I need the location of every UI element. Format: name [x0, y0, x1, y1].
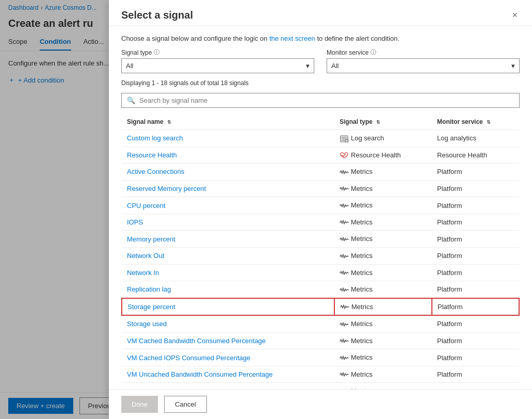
- signal-count: Displaying 1 - 18 signals out of total 1…: [121, 79, 520, 87]
- signal-name-sort-icon[interactable]: ⇅: [167, 120, 171, 125]
- signal-type-info-icon: ⓘ: [154, 49, 159, 56]
- monitor-service-cell: Log analytics: [432, 130, 519, 147]
- filters-row: Signal type ⓘ All ▾ Monitor service ⓘ Al…: [121, 49, 520, 73]
- monitor-service-value: All: [331, 62, 338, 70]
- panel-title: Select a signal: [121, 9, 193, 21]
- table-row[interactable]: Reserved Memory percent MetricsPlatform: [122, 180, 519, 197]
- table-row[interactable]: Custom log search Log searchLog analytic…: [122, 130, 519, 147]
- select-signal-panel: Select a signal × Choose a signal below …: [109, 0, 532, 419]
- monitor-service-sort-icon[interactable]: ⇅: [487, 120, 491, 125]
- svg-point-4: [345, 139, 348, 142]
- done-button[interactable]: Done: [121, 396, 158, 413]
- signal-name-link[interactable]: VM Cached IOPS Consumed Percentage: [127, 354, 250, 362]
- signal-name-link[interactable]: Resource Health: [127, 151, 177, 159]
- monitor-service-filter: Monitor service ⓘ All ▾: [327, 49, 520, 73]
- signal-type-chevron-icon: ▾: [306, 62, 310, 70]
- monitor-service-cell: Platform: [432, 332, 519, 349]
- table-row[interactable]: Replication lag MetricsPlatform: [122, 281, 519, 298]
- panel-header: Select a signal ×: [109, 0, 532, 26]
- monitor-service-cell: Platform: [432, 349, 519, 366]
- monitor-service-cell: Platform: [432, 180, 519, 197]
- monitor-service-cell: Platform: [432, 214, 519, 231]
- signal-name-link[interactable]: Storage used: [127, 320, 167, 328]
- signal-table-body: Custom log search Log searchLog analytic…: [122, 130, 519, 390]
- monitor-service-cell: Platform: [432, 264, 519, 281]
- monitor-service-cell: Platf...: [432, 383, 519, 389]
- search-box: 🔍: [121, 93, 520, 108]
- signal-name-link[interactable]: Replication lag: [127, 285, 171, 293]
- signal-name-link[interactable]: Custom log search: [127, 134, 183, 142]
- search-input[interactable]: [139, 96, 514, 104]
- monitor-service-info-icon: ⓘ: [370, 49, 376, 56]
- panel-body: Choose a signal below and configure the …: [109, 26, 532, 389]
- panel-footer: Done Cancel: [109, 389, 532, 419]
- table-row[interactable]: Resource Health Resource HealthResource …: [122, 147, 519, 164]
- table-row[interactable]: VM Cached Bandwidth Consumed Percentage …: [122, 332, 519, 349]
- monitor-service-cell: Resource Health: [432, 147, 519, 164]
- monitor-service-cell: Platform: [432, 315, 519, 332]
- signal-name-link[interactable]: Memory percent: [127, 235, 175, 243]
- search-icon: 🔍: [127, 96, 135, 104]
- panel-description: Choose a signal below and configure the …: [121, 35, 520, 42]
- signal-type-dropdown[interactable]: All ▾: [121, 58, 314, 73]
- signal-name-link[interactable]: Network In: [127, 269, 159, 277]
- monitor-service-dropdown[interactable]: All ▾: [327, 58, 520, 73]
- signal-type-value: All: [126, 62, 133, 70]
- signal-name-link[interactable]: Active Connections: [127, 168, 184, 175]
- signal-name-link[interactable]: CPU percent: [127, 202, 165, 210]
- signal-name-link[interactable]: VM Cached Bandwidth Consumed Percentage: [127, 337, 266, 345]
- monitor-service-cell: Platform: [432, 231, 519, 248]
- col-monitor-service: Monitor service ⇅: [432, 114, 519, 130]
- signal-name-link[interactable]: Reserved Memory percent: [127, 185, 206, 192]
- close-button[interactable]: ×: [510, 8, 520, 22]
- table-row[interactable]: IOPS MetricsPlatform: [122, 214, 519, 231]
- monitor-service-cell: Platform: [432, 298, 519, 316]
- signal-name-link[interactable]: VM Uncached Bandwidth Consumed Percentag…: [127, 370, 273, 378]
- col-signal-name: Signal name ⇅: [122, 114, 334, 130]
- monitor-service-cell: Platform: [432, 366, 519, 383]
- table-row[interactable]: Memory percent MetricsPlatform: [122, 231, 519, 248]
- table-header: Signal name ⇅ Signal type ⇅ Monitor serv…: [122, 114, 519, 130]
- signal-name-link[interactable]: Network Out: [127, 252, 164, 260]
- table-row[interactable]: Network Out MetricsPlatform: [122, 247, 519, 264]
- monitor-service-cell: Platform: [432, 164, 519, 181]
- signal-name-link[interactable]: VM Uncached IOPS Consumed Percentage: [127, 388, 257, 389]
- table-row[interactable]: VM Uncached Bandwidth Consumed Percentag…: [122, 366, 519, 383]
- monitor-service-chevron-icon: ▾: [511, 62, 515, 70]
- cancel-button[interactable]: Cancel: [164, 396, 206, 413]
- signal-name-link[interactable]: IOPS: [127, 218, 143, 226]
- table-row[interactable]: CPU percent MetricsPlatform: [122, 197, 519, 214]
- table-row[interactable]: Network In MetricsPlatform: [122, 264, 519, 281]
- col-signal-type: Signal type ⇅: [334, 114, 432, 130]
- table-row[interactable]: Storage used MetricsPlatform: [122, 315, 519, 332]
- table-row[interactable]: Active Connections MetricsPlatform: [122, 164, 519, 181]
- signal-type-sort-icon[interactable]: ⇅: [376, 120, 380, 125]
- monitor-service-cell: Platform: [432, 197, 519, 214]
- signal-table: Signal name ⇅ Signal type ⇅ Monitor serv…: [121, 114, 520, 389]
- monitor-service-label: Monitor service ⓘ: [327, 49, 520, 56]
- signal-name-link[interactable]: Storage percent: [127, 303, 175, 311]
- signal-type-filter: Signal type ⓘ All ▾: [121, 49, 314, 73]
- monitor-service-cell: Platform: [432, 247, 519, 264]
- monitor-service-cell: Platform: [432, 281, 519, 298]
- signal-type-label: Signal type ⓘ: [121, 49, 314, 56]
- table-row[interactable]: VM Cached IOPS Consumed Percentage Metri…: [122, 349, 519, 366]
- table-row[interactable]: Storage percent MetricsPlatform: [122, 298, 519, 316]
- table-row[interactable]: VM Uncached IOPS Consumed Percentage Met…: [122, 383, 519, 389]
